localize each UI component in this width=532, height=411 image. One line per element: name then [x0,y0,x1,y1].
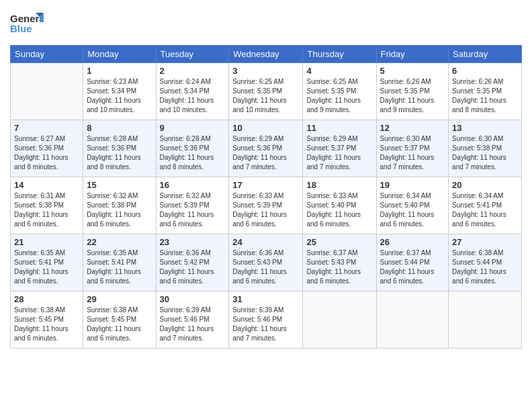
calendar-cell: 19Sunrise: 6:34 AMSunset: 5:40 PMDayligh… [376,177,449,234]
logo: General Blue [10,10,44,40]
day-number: 16 [160,180,226,190]
day-info: Sunrise: 6:26 AMSunset: 5:35 PMDaylight:… [452,77,518,115]
day-info: Sunrise: 6:29 AMSunset: 5:37 PMDaylight:… [306,134,372,172]
day-info: Sunrise: 6:25 AMSunset: 5:35 PMDaylight:… [232,77,299,115]
calendar-cell: 9Sunrise: 6:28 AMSunset: 5:36 PMDaylight… [156,120,229,177]
day-info: Sunrise: 6:39 AMSunset: 5:46 PMDaylight:… [160,306,226,343]
day-number: 9 [160,123,226,133]
header-wednesday: Wednesday [229,46,303,63]
calendar-cell: 8Sunrise: 6:28 AMSunset: 5:36 PMDaylight… [83,120,156,177]
day-number: 28 [14,294,79,304]
calendar-cell: 24Sunrise: 6:36 AMSunset: 5:43 PMDayligh… [229,234,303,291]
day-info: Sunrise: 6:26 AMSunset: 5:35 PMDaylight:… [380,77,445,115]
day-info: Sunrise: 6:25 AMSunset: 5:35 PMDaylight:… [306,77,372,115]
day-number: 30 [160,294,226,304]
header-monday: Monday [83,46,156,63]
calendar-cell: 3Sunrise: 6:25 AMSunset: 5:35 PMDaylight… [229,63,303,120]
day-number: 4 [306,66,372,76]
calendar-week-row: 14Sunrise: 6:31 AMSunset: 5:38 PMDayligh… [11,177,522,234]
calendar-cell: 30Sunrise: 6:39 AMSunset: 5:46 PMDayligh… [156,291,229,349]
day-number: 17 [232,180,299,190]
calendar-cell: 11Sunrise: 6:29 AMSunset: 5:37 PMDayligh… [303,120,376,177]
calendar-header-row: SundayMondayTuesdayWednesdayThursdayFrid… [11,46,522,63]
header-tuesday: Tuesday [156,46,229,63]
day-info: Sunrise: 6:38 AMSunset: 5:45 PMDaylight:… [87,306,152,343]
calendar-cell: 4Sunrise: 6:25 AMSunset: 5:35 PMDaylight… [303,63,376,120]
header-friday: Friday [376,46,449,63]
calendar-cell [376,291,449,349]
day-info: Sunrise: 6:33 AMSunset: 5:39 PMDaylight:… [232,191,299,229]
day-info: Sunrise: 6:28 AMSunset: 5:36 PMDaylight:… [160,134,226,172]
calendar-cell: 14Sunrise: 6:31 AMSunset: 5:38 PMDayligh… [11,177,83,234]
calendar-cell: 21Sunrise: 6:35 AMSunset: 5:41 PMDayligh… [11,234,83,291]
day-number: 7 [14,123,79,133]
calendar-cell: 23Sunrise: 6:36 AMSunset: 5:42 PMDayligh… [156,234,229,291]
calendar-cell: 31Sunrise: 6:39 AMSunset: 5:46 PMDayligh… [229,291,303,349]
calendar-cell [449,291,522,349]
calendar-cell: 26Sunrise: 6:37 AMSunset: 5:44 PMDayligh… [376,234,449,291]
day-info: Sunrise: 6:33 AMSunset: 5:40 PMDaylight:… [306,191,372,229]
day-number: 5 [380,66,445,76]
calendar-cell: 25Sunrise: 6:37 AMSunset: 5:43 PMDayligh… [303,234,376,291]
day-number: 20 [452,180,518,190]
day-info: Sunrise: 6:28 AMSunset: 5:36 PMDaylight:… [87,134,152,172]
day-number: 23 [160,237,226,247]
calendar-cell: 12Sunrise: 6:30 AMSunset: 5:37 PMDayligh… [376,120,449,177]
header-thursday: Thursday [303,46,376,63]
day-info: Sunrise: 6:35 AMSunset: 5:41 PMDaylight:… [14,248,79,286]
day-number: 14 [14,180,79,190]
day-number: 8 [87,123,152,133]
calendar-week-row: 1Sunrise: 6:23 AMSunset: 5:34 PMDaylight… [11,63,522,120]
calendar-cell: 27Sunrise: 6:38 AMSunset: 5:44 PMDayligh… [449,234,522,291]
logo-mark: General Blue [10,10,44,40]
calendar-cell: 22Sunrise: 6:35 AMSunset: 5:41 PMDayligh… [83,234,156,291]
calendar-cell: 13Sunrise: 6:30 AMSunset: 5:38 PMDayligh… [449,120,522,177]
calendar-cell: 15Sunrise: 6:32 AMSunset: 5:38 PMDayligh… [83,177,156,234]
header: General Blue [10,7,522,40]
day-info: Sunrise: 6:34 AMSunset: 5:40 PMDaylight:… [380,191,445,229]
day-number: 25 [306,237,372,247]
day-info: Sunrise: 6:38 AMSunset: 5:45 PMDaylight:… [14,306,79,343]
day-number: 3 [232,66,299,76]
day-info: Sunrise: 6:30 AMSunset: 5:37 PMDaylight:… [380,134,445,172]
day-number: 21 [14,237,79,247]
calendar-cell: 7Sunrise: 6:27 AMSunset: 5:36 PMDaylight… [11,120,83,177]
calendar-cell: 1Sunrise: 6:23 AMSunset: 5:34 PMDaylight… [83,63,156,120]
day-info: Sunrise: 6:30 AMSunset: 5:38 PMDaylight:… [452,134,518,172]
calendar-cell: 6Sunrise: 6:26 AMSunset: 5:35 PMDaylight… [449,63,522,120]
day-info: Sunrise: 6:27 AMSunset: 5:36 PMDaylight:… [14,134,79,172]
day-info: Sunrise: 6:31 AMSunset: 5:38 PMDaylight:… [14,191,79,229]
calendar-cell: 16Sunrise: 6:32 AMSunset: 5:39 PMDayligh… [156,177,229,234]
calendar-cell: 2Sunrise: 6:24 AMSunset: 5:34 PMDaylight… [156,63,229,120]
day-info: Sunrise: 6:36 AMSunset: 5:43 PMDaylight:… [232,248,299,286]
day-info: Sunrise: 6:37 AMSunset: 5:43 PMDaylight:… [306,248,372,286]
calendar-cell: 20Sunrise: 6:34 AMSunset: 5:41 PMDayligh… [449,177,522,234]
calendar-cell [303,291,376,349]
day-number: 31 [232,294,299,304]
day-info: Sunrise: 6:32 AMSunset: 5:39 PMDaylight:… [160,191,226,229]
calendar-cell: 29Sunrise: 6:38 AMSunset: 5:45 PMDayligh… [83,291,156,349]
day-info: Sunrise: 6:38 AMSunset: 5:44 PMDaylight:… [452,248,518,286]
day-info: Sunrise: 6:35 AMSunset: 5:41 PMDaylight:… [87,248,152,286]
day-info: Sunrise: 6:36 AMSunset: 5:42 PMDaylight:… [160,248,226,286]
calendar-week-row: 21Sunrise: 6:35 AMSunset: 5:41 PMDayligh… [11,234,522,291]
day-number: 10 [232,123,299,133]
calendar-cell: 5Sunrise: 6:26 AMSunset: 5:35 PMDaylight… [376,63,449,120]
calendar-cell: 10Sunrise: 6:29 AMSunset: 5:36 PMDayligh… [229,120,303,177]
day-number: 22 [87,237,152,247]
day-number: 26 [380,237,445,247]
day-number: 13 [452,123,518,133]
day-number: 1 [87,66,152,76]
svg-text:Blue: Blue [10,23,32,34]
calendar-cell: 18Sunrise: 6:33 AMSunset: 5:40 PMDayligh… [303,177,376,234]
day-info: Sunrise: 6:37 AMSunset: 5:44 PMDaylight:… [380,248,445,286]
calendar-table: SundayMondayTuesdayWednesdayThursdayFrid… [10,45,522,349]
day-info: Sunrise: 6:24 AMSunset: 5:34 PMDaylight:… [160,77,226,115]
day-number: 2 [160,66,226,76]
day-info: Sunrise: 6:29 AMSunset: 5:36 PMDaylight:… [232,134,299,172]
calendar-week-row: 7Sunrise: 6:27 AMSunset: 5:36 PMDaylight… [11,120,522,177]
day-number: 6 [452,66,518,76]
calendar-cell [11,63,83,120]
calendar-cell: 17Sunrise: 6:33 AMSunset: 5:39 PMDayligh… [229,177,303,234]
header-saturday: Saturday [449,46,522,63]
